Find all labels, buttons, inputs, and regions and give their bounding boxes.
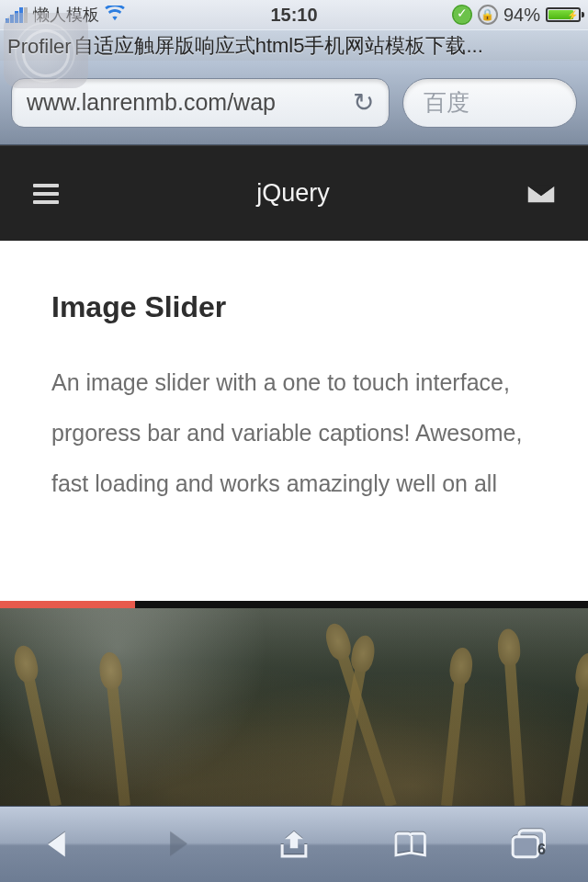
browser-address-bar-row: www.lanrenmb.com/wap ↻ 百度 bbox=[0, 61, 588, 145]
browser-page-title: Profiler自适应触屏版响应式html5手机网站模板下载... bbox=[0, 29, 588, 61]
main-content: Image Slider An image slider with a one … bbox=[0, 241, 588, 509]
battery-percentage: 94% bbox=[503, 5, 540, 26]
menu-icon[interactable] bbox=[33, 184, 59, 204]
back-button[interactable] bbox=[31, 821, 86, 867]
assistive-overlay-label: Profiler bbox=[7, 35, 72, 59]
ios-status-bar: 懒人模板 15:10 🔒 94% ⚡ bbox=[0, 0, 588, 29]
search-field[interactable]: 百度 bbox=[402, 78, 577, 128]
wifi-icon bbox=[105, 6, 125, 25]
security-badge-icon bbox=[452, 5, 472, 25]
tabs-button[interactable]: 6 bbox=[502, 821, 557, 867]
reload-icon[interactable]: ↻ bbox=[344, 87, 374, 118]
mail-icon[interactable] bbox=[527, 185, 555, 203]
bookmarks-button[interactable] bbox=[384, 821, 439, 867]
browser-toolbar: 6 bbox=[0, 806, 588, 882]
site-title: jQuery bbox=[256, 179, 330, 208]
orientation-lock-icon: 🔒 bbox=[478, 5, 498, 25]
content-paragraph: An image slider with a one to touch inte… bbox=[51, 357, 537, 509]
slider-progress-track bbox=[0, 601, 588, 608]
status-right-cluster: 🔒 94% ⚡ bbox=[452, 5, 588, 26]
search-placeholder: 百度 bbox=[424, 87, 469, 118]
page-title-text: 自适应触屏版响应式html5手机网站模板下载... bbox=[74, 34, 483, 57]
slider-progress-fill bbox=[0, 601, 135, 608]
forward-button[interactable] bbox=[149, 821, 204, 867]
battery-icon: ⚡ bbox=[546, 7, 581, 22]
site-header: jQuery bbox=[0, 145, 588, 241]
svg-rect-1 bbox=[513, 837, 538, 857]
share-button[interactable] bbox=[266, 821, 322, 867]
status-time: 15:10 bbox=[270, 5, 317, 26]
image-slider[interactable] bbox=[0, 601, 588, 806]
slider-image bbox=[0, 608, 588, 806]
content-heading: Image Slider bbox=[51, 290, 537, 324]
tab-count: 6 bbox=[537, 842, 546, 858]
url-text: www.lanrenmb.com/wap bbox=[27, 89, 344, 116]
